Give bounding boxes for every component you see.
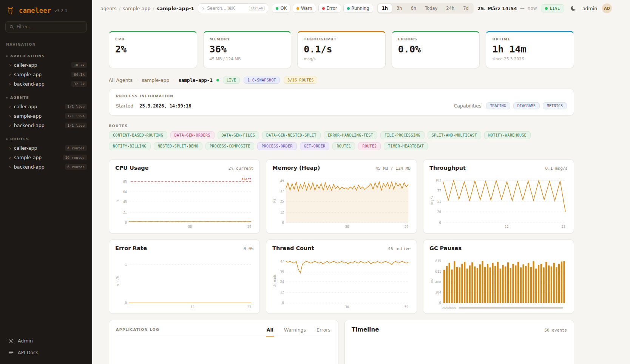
route-chip-route1[interactable]: ROUTE1 — [332, 142, 355, 150]
svg-text:59: 59 — [247, 225, 251, 229]
status-filter-ok[interactable]: OK — [272, 4, 290, 13]
thread-count-plot: 473524120threads3059 — [272, 254, 411, 310]
context-row: All Agents·sample-app·sample-app-1LIVE1.… — [109, 77, 574, 84]
svg-text:77: 77 — [437, 189, 441, 193]
route-chip-split-and-multicast[interactable]: SPLIT-AND-MULTICAST — [428, 131, 481, 139]
svg-text:%: % — [116, 200, 119, 201]
log-tab-errors[interactable]: Errors — [316, 326, 331, 337]
chevron-right-icon: › — [9, 104, 11, 109]
search-icon — [9, 25, 14, 29]
sidebar-item-admin[interactable]: Admin — [4, 335, 88, 346]
sidebar-item-routes-sample-app[interactable]: ›sample-app16 routes — [0, 153, 92, 162]
context-badge-3-16-routes: 3/16 ROUTES — [284, 77, 318, 84]
route-chip-process-composite[interactable]: PROCESS-COMPOSITE — [205, 142, 254, 150]
started-value: 25.3.2026, 14:39:18 — [139, 103, 191, 109]
stat-label: ERRORS — [398, 37, 474, 41]
sidebar-item-applications-backend-app[interactable]: ›backend-app32.2k — [0, 79, 92, 89]
route-chip-content-based-routing[interactable]: CONTENT-BASED-ROUTING — [109, 131, 167, 139]
route-chip-timer-heartbeat[interactable]: TIMER-HEARTBEAT — [384, 142, 428, 150]
section-marker-icon — [6, 55, 8, 57]
app-name: cameleer — [19, 7, 51, 14]
time-range-today[interactable]: Today — [421, 4, 442, 13]
chevron-right-icon: › — [9, 114, 11, 118]
route-chip-get-order[interactable]: GET-ORDER — [300, 142, 330, 150]
time-range-7d[interactable]: 7d — [459, 4, 473, 13]
chevron-right-icon: › — [9, 146, 11, 151]
sidebar-filter[interactable] — [5, 21, 87, 32]
sidebar-section-agents: AGENTS›caller-app1/1 live›sample-app1/1 … — [0, 94, 92, 130]
svg-text:204: 204 — [435, 291, 441, 295]
route-chip-notify-warehouse[interactable]: NOTIFY-WAREHOUSE — [484, 131, 531, 139]
sidebar-item-agents-sample-app[interactable]: ›sample-app1/1 live — [0, 111, 92, 121]
search-icon — [201, 6, 204, 11]
svg-text:30: 30 — [188, 225, 192, 229]
chart-current-value: 45 MB / 124 MB — [375, 166, 411, 171]
live-toggle[interactable]: LIVE — [541, 4, 564, 12]
sidebar-filter-input[interactable] — [17, 24, 83, 29]
capability-metrics: METRICS — [543, 102, 567, 109]
time-range-6h[interactable]: 6h — [406, 4, 420, 13]
sidebar-item-badge: 10.7k — [71, 62, 87, 68]
svg-text:47: 47 — [280, 260, 284, 263]
route-chip-data-gen-files[interactable]: DATA-GEN-FILES — [218, 131, 259, 139]
route-chip-file-processing[interactable]: FILE-PROCESSING — [380, 131, 425, 139]
svg-text:Alert: Alert — [242, 177, 251, 181]
sidebar-section-title-agents: AGENTS — [0, 94, 92, 102]
stat-card-cpu: CPU2% — [109, 31, 197, 68]
svg-text:59: 59 — [405, 305, 408, 309]
time-range-3h[interactable]: 3h — [392, 4, 406, 13]
main-area: agents/sample-app/sample-app-1 Ctrl+K OK… — [92, 0, 630, 364]
context-crumb-sample-app-1: sample-app-1 — [178, 77, 212, 83]
status-filter-running[interactable]: Running — [343, 4, 373, 13]
sidebar-item-agents-caller-app[interactable]: ›caller-app1/1 live — [0, 102, 92, 111]
sidebar-item-agents-backend-app[interactable]: ›backend-app1/1 live — [0, 121, 92, 130]
timeline-title: Timeline — [352, 326, 379, 333]
route-chip-route2[interactable]: ROUTE2 — [358, 142, 381, 150]
route-chip-data-gen-nested-split[interactable]: DATA-GEN-NESTED-SPLIT — [262, 131, 321, 139]
global-search[interactable]: Ctrl+K — [198, 3, 268, 13]
breadcrumb-item-sample-app[interactable]: sample-app — [123, 6, 151, 11]
route-chip-nested-split-demo[interactable]: NESTED-SPLIT-DEMO — [154, 142, 202, 150]
sidebar-item-routes-backend-app[interactable]: ›backend-app6 routes — [0, 162, 92, 172]
sidebar-item-applications-sample-app[interactable]: ›sample-app84.1k — [0, 70, 92, 79]
cpu-usage-plot: 856443210%3059Alert — [115, 174, 253, 230]
route-chip-error-handling-test[interactable]: ERROR-HANDLING-TEST — [324, 131, 377, 139]
chart-title-cpu-usage: CPU Usage — [115, 165, 149, 171]
svg-text:30: 30 — [345, 305, 349, 309]
time-range-1h[interactable]: 1h — [378, 4, 392, 13]
stat-label: MEMORY — [210, 37, 285, 41]
stat-label: UPTIME — [492, 37, 568, 41]
svg-text:49: 49 — [280, 179, 284, 183]
route-chip-data-gen-orders[interactable]: DATA-GEN-ORDERS — [170, 131, 215, 139]
global-search-input[interactable] — [207, 6, 246, 11]
svg-text:0: 0 — [125, 221, 127, 224]
stat-sub: since 25.3.2026 — [492, 57, 568, 61]
status-dot-icon — [296, 7, 299, 10]
breadcrumb-item-agents[interactable]: agents — [100, 6, 117, 11]
theme-toggle-button[interactable] — [569, 4, 578, 12]
date-range-start: 25. März 14:54 — [477, 6, 517, 11]
context-badge-1-0-snapshot: 1.0-SNAPSHOT — [244, 77, 280, 84]
route-chip-process-order[interactable]: PROCESS-ORDER — [257, 142, 296, 150]
sidebar-item-routes-caller-app[interactable]: ›caller-app4 routes — [0, 143, 92, 153]
avatar[interactable]: AD — [602, 3, 612, 13]
chart-title-thread-count: Thread Count — [272, 245, 314, 251]
context-crumb-sample-app[interactable]: sample-app — [142, 77, 170, 83]
sidebar-item-api-docs[interactable]: API Docs — [4, 347, 88, 358]
date-range[interactable]: 25. März 14:54 — now — [477, 6, 537, 11]
status-filter-warn[interactable]: Warn — [293, 4, 316, 13]
sidebar-item-label: sample-app — [14, 72, 69, 77]
status-filter-error[interactable]: Error — [318, 4, 341, 13]
route-chip-notify-billing[interactable]: NOTIFY-BILLING — [109, 142, 151, 150]
log-tab-all[interactable]: All — [266, 326, 274, 337]
gc-x-axis-scrollbar[interactable] — [459, 307, 563, 309]
stat-card-throughput: THROUGHPUT0.1/smsg/s — [297, 31, 386, 68]
stat-value: 0.0% — [398, 44, 474, 55]
chart-head: GC Pauses — [429, 245, 568, 251]
sidebar-admin-label: Admin — [18, 338, 33, 344]
sidebar-item-applications-caller-app[interactable]: ›caller-app10.7k — [0, 60, 92, 70]
sidebar-item-label: backend-app — [14, 164, 62, 170]
context-crumb-all-agents[interactable]: All Agents — [109, 77, 133, 83]
time-range-24h[interactable]: 24h — [442, 4, 459, 13]
log-tab-warnings[interactable]: Warnings — [283, 326, 307, 337]
